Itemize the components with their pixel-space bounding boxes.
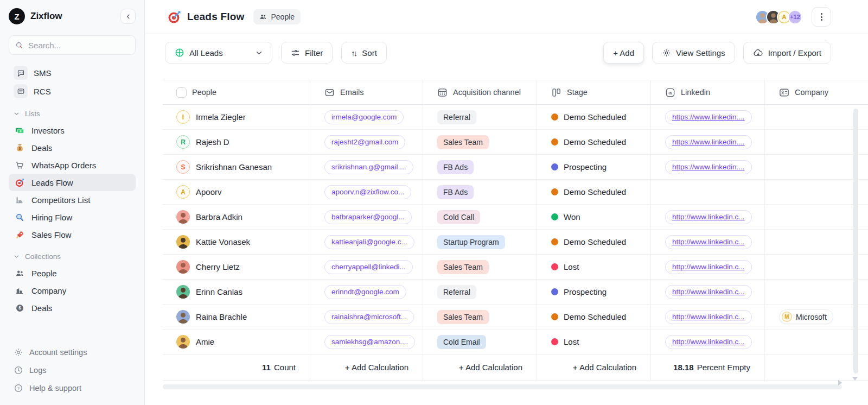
column-header-acquisition-channel[interactable]: Acquisition channel — [423, 80, 537, 104]
sidebar-item-deals-collection[interactable]: $ Deals — [9, 299, 136, 317]
more-options-button[interactable] — [812, 7, 831, 27]
sidebar-collapse-button[interactable] — [120, 9, 136, 24]
lists-section-header[interactable]: Lists — [9, 110, 136, 118]
linkedin-pill[interactable]: http://www.linkedin.c... — [665, 335, 752, 349]
linkedin-pill[interactable]: http://www.linkedin.c... — [665, 235, 752, 249]
stage-cell[interactable]: Prospecting — [537, 155, 651, 179]
vertical-scrollbar[interactable] — [853, 109, 858, 374]
column-header-emails[interactable]: Emails — [310, 80, 423, 104]
channel-tag[interactable]: Sales Team — [437, 135, 489, 149]
header-avatars[interactable]: A+12 — [755, 10, 802, 24]
channel-tag[interactable]: Cold Email — [437, 335, 486, 349]
linkedin-pill[interactable]: http://www.linkedin.c... — [665, 285, 752, 299]
footer-count[interactable]: 11 Count — [163, 355, 310, 380]
table-row[interactable]: Kattie Vonasekkattieanjali@google.c...St… — [163, 230, 868, 255]
company-cell — [765, 105, 868, 129]
search-input[interactable] — [28, 41, 129, 50]
linkedin-pill[interactable]: https://www.linkedin.... — [665, 110, 752, 124]
linkedin-pill[interactable]: http://www.linkedin.c... — [665, 310, 752, 324]
sidebar-item-sales-flow[interactable]: Sales Flow — [9, 226, 136, 243]
table-row[interactable]: Erinn Canlaserinndt@google.comReferralPr… — [163, 280, 868, 305]
sidebar-item-deals-list[interactable]: $ Deals — [9, 139, 136, 156]
sidebar-item-people[interactable]: People — [9, 264, 136, 282]
table-row[interactable]: Raina Brachlerainaishra@microsoft...Sale… — [163, 305, 868, 330]
object-type-badge[interactable]: People — [253, 9, 301, 24]
email-pill[interactable]: rainaishra@microsoft... — [324, 310, 414, 324]
email-pill[interactable]: kattieanjali@google.c... — [324, 235, 414, 249]
view-selector-dropdown[interactable]: All Leads — [165, 42, 272, 64]
email-pill[interactable]: samiekhsg@amazon.... — [324, 335, 415, 349]
table-row[interactable]: Cherry Lietzcherryappell@linkedi...Sales… — [163, 255, 868, 280]
footer-add-calculation[interactable]: + Add Calculation — [537, 355, 651, 380]
email-pill[interactable]: apoorv.n@zixflow.co... — [324, 185, 411, 199]
table-row[interactable]: AApoorvapoorv.n@zixflow.co...FB AdsDemo … — [163, 180, 868, 205]
email-pill[interactable]: erinndt@google.com — [324, 285, 406, 299]
sidebar-item-hiring-flow[interactable]: Hiring Flow — [9, 208, 136, 226]
more-members-avatar[interactable]: +12 — [788, 10, 802, 24]
channel-tag[interactable]: Sales Team — [437, 310, 489, 324]
stage-cell[interactable]: Demo Scheduled — [537, 180, 651, 204]
linkedin-pill[interactable]: http://www.linkedin.c... — [665, 260, 752, 274]
horizontal-scrollbar[interactable] — [163, 384, 842, 389]
sidebar-item-account-settings[interactable]: Account settings — [9, 344, 136, 360]
email-pill[interactable]: batbraparker@googl... — [324, 210, 412, 224]
table-row[interactable]: SSrikrishnan Ganesansrikrishnan.g@gmail.… — [163, 155, 868, 180]
linkedin-pill[interactable]: https://www.linkedin.... — [665, 160, 752, 174]
footer-add-calculation[interactable]: + Add Calculation — [310, 355, 423, 380]
table-row[interactable]: Amiesamiekhsg@amazon....Cold EmailLostht… — [163, 330, 868, 355]
stage-cell[interactable]: Lost — [537, 330, 651, 354]
stage-cell[interactable]: Demo Scheduled — [537, 230, 651, 254]
sidebar-item-leads-flow[interactable]: Leads Flow — [9, 174, 136, 191]
company-pill[interactable]: MMicrosoft — [779, 309, 833, 324]
stage-cell[interactable]: Lost — [537, 255, 651, 279]
sort-button[interactable]: ↑↓ Sort — [341, 42, 387, 64]
sidebar-item-help-support[interactable]: ? Help & support — [9, 380, 136, 396]
scroll-right-arrow[interactable] — [838, 380, 842, 385]
column-header-linkedin[interactable]: in Linkedin — [651, 80, 765, 104]
footer-percent-empty[interactable]: 18.18 Percent Empty — [651, 355, 765, 380]
stage-cell[interactable]: Won — [537, 205, 651, 229]
linkedin-pill[interactable]: http://www.linkedin.c... — [665, 210, 752, 224]
table-row[interactable]: IIrmela Zieglerirmela@google.comReferral… — [163, 105, 868, 130]
view-settings-button[interactable]: View Settings — [652, 42, 735, 64]
channel-tag[interactable]: Cold Call — [437, 210, 480, 224]
company-cell — [765, 280, 868, 304]
channel-tag[interactable]: Startup Program — [437, 235, 505, 249]
sidebar-item-rcs[interactable]: RCS — [9, 82, 136, 100]
sidebar-item-investors[interactable]: Investors — [9, 122, 136, 139]
column-header-people[interactable]: People — [163, 80, 310, 104]
sidebar-item-logs[interactable]: Logs — [9, 362, 136, 378]
sidebar-item-whatsapp-orders[interactable]: WhatsApp Orders — [9, 156, 136, 174]
email-pill[interactable]: irmela@google.com — [324, 110, 404, 124]
table-row[interactable]: Barbra Adkinbatbraparker@googl...Cold Ca… — [163, 205, 868, 230]
channel-tag[interactable]: Referral — [437, 110, 476, 124]
sidebar-item-sms[interactable]: SMS — [9, 64, 136, 82]
channel-tag[interactable]: FB Ads — [437, 185, 474, 199]
import-export-button[interactable]: Import / Export — [743, 42, 831, 64]
sidebar-item-company[interactable]: Company — [9, 282, 136, 299]
select-all-checkbox[interactable] — [176, 87, 187, 98]
stage-cell[interactable]: Demo Scheduled — [537, 130, 651, 154]
table-row[interactable]: RRajesh Drajesht2@gmail.comSales TeamDem… — [163, 130, 868, 155]
add-record-button[interactable]: + Add — [603, 42, 644, 64]
page-title: Leads Flow — [187, 11, 244, 23]
column-header-company[interactable]: Company — [765, 80, 868, 104]
sidebar-item-competitors-list[interactable]: Competitors List — [9, 191, 136, 208]
email-pill[interactable]: srikrishnan.g@gmail.... — [324, 160, 413, 174]
scroll-down-arrow[interactable] — [852, 377, 858, 381]
channel-tag[interactable]: Sales Team — [437, 260, 489, 274]
email-pill[interactable]: cherryappell@linkedi... — [324, 260, 413, 274]
stage-cell[interactable]: Demo Scheduled — [537, 305, 651, 329]
footer-add-calculation[interactable]: + Add Calculation — [423, 355, 537, 380]
search-box[interactable] — [9, 35, 136, 55]
collections-section-header[interactable]: Collections — [9, 252, 136, 261]
filter-button[interactable]: Filter — [281, 42, 333, 64]
stage-cell[interactable]: Demo Scheduled — [537, 105, 651, 129]
channel-tag[interactable]: FB Ads — [437, 160, 474, 174]
channel-tag[interactable]: Referral — [437, 285, 476, 299]
email-pill[interactable]: rajesht2@gmail.com — [324, 135, 405, 149]
linkedin-pill[interactable]: https://www.linkedin.... — [665, 135, 752, 149]
filter-sliders-icon — [291, 48, 300, 58]
stage-cell[interactable]: Prospecting — [537, 280, 651, 304]
column-header-stage[interactable]: Stage — [537, 80, 651, 104]
